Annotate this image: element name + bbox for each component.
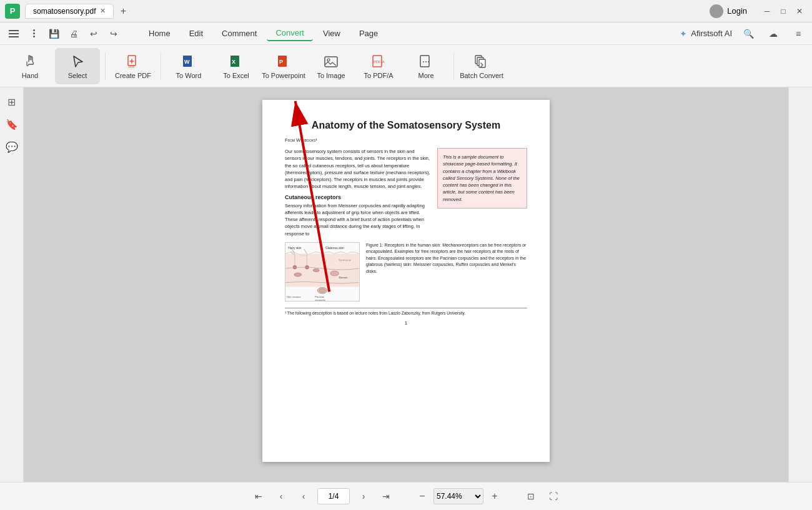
pdf-col-left: Our somatosensory system consists of sen… xyxy=(285,148,431,237)
toolbar: Hand Select PDF Create PDF W xyxy=(0,45,812,87)
active-tab[interactable]: somatosensory.pdf ✕ xyxy=(25,4,114,19)
more-tools-button[interactable]: More xyxy=(404,48,448,84)
window-minimize-button[interactable]: ─ xyxy=(760,4,775,19)
prev-page-button-2[interactable]: ‹ xyxy=(295,488,312,505)
svg-text:PDF/A: PDF/A xyxy=(374,60,385,64)
to-word-icon: W xyxy=(180,53,197,71)
search-button[interactable]: 🔍 xyxy=(740,25,757,42)
zoom-select[interactable]: 57.44% xyxy=(433,488,483,504)
zoom-area: − 57.44% + xyxy=(415,488,502,504)
svg-text:PDF: PDF xyxy=(129,65,135,69)
to-powerpoint-button[interactable]: P To Powerpoint xyxy=(261,48,306,84)
pdf-figure-image: Hairy skin Glabrous skin Epidermis xyxy=(285,242,360,302)
ai-button[interactable]: ✦ Afirstsoft AI xyxy=(680,29,732,39)
svg-rect-12 xyxy=(420,56,429,67)
right-panel: W xyxy=(788,87,812,488)
window-close-button[interactable]: ✕ xyxy=(792,4,807,19)
undo-button[interactable]: ↩ xyxy=(85,25,102,42)
create-pdf-icon: PDF xyxy=(124,53,142,71)
bottom-right-buttons: ⊡ ⛶ xyxy=(522,488,562,505)
svg-point-14 xyxy=(425,61,427,62)
left-sidebar: ⊞ 🔖 💬 xyxy=(0,87,24,488)
more-icon xyxy=(417,53,435,71)
batch-convert-button[interactable]: Batch Convert xyxy=(459,48,504,84)
sidebar-thumbnail-button[interactable]: ⊞ xyxy=(2,92,21,111)
pdf-page-number: 1 xyxy=(285,320,527,326)
pdf-main-text: Our somatosensory system consists of sen… xyxy=(285,148,527,237)
pdf-pink-box: This is a sample document to showcase pa… xyxy=(437,148,527,208)
nav-edit[interactable]: Edit xyxy=(181,26,212,41)
svg-point-32 xyxy=(313,268,319,272)
window-maximize-button[interactable]: □ xyxy=(776,4,791,19)
page-number-input[interactable] xyxy=(317,488,350,504)
bottom-bar: ⇤ ‹ ‹ › ⇥ − 57.44% + ⊡ ⛶ xyxy=(0,482,812,510)
first-page-button[interactable]: ⇤ xyxy=(250,488,267,505)
svg-rect-28 xyxy=(285,253,359,268)
svg-text:Hair receptor: Hair receptor xyxy=(287,295,301,298)
nav-convert[interactable]: Convert xyxy=(267,26,313,41)
svg-point-33 xyxy=(330,271,339,276)
to-word-button[interactable]: W To Word xyxy=(166,48,211,84)
save-button[interactable]: 💾 xyxy=(45,25,62,42)
prev-page-button[interactable]: ‹ xyxy=(272,488,290,505)
print-button[interactable]: 🖨 xyxy=(65,25,82,42)
to-powerpoint-icon: P xyxy=(275,53,292,71)
app-logo: P xyxy=(5,4,20,19)
to-image-button[interactable]: To Image xyxy=(309,48,354,84)
pdf-figure-area: Hairy skin Glabrous skin Epidermis xyxy=(285,242,527,302)
svg-rect-29 xyxy=(285,268,359,287)
pdf-col-right: This is a sample document to showcase pa… xyxy=(437,148,527,237)
toolbar-separator-2 xyxy=(161,52,161,80)
svg-point-9 xyxy=(327,59,330,61)
nav-comment[interactable]: Comment xyxy=(213,26,265,41)
pdf-wikibooks: From Wikibooks¹ xyxy=(285,137,527,143)
select-tool-button[interactable]: Select xyxy=(55,48,100,84)
sidebar-toggle-button[interactable] xyxy=(5,25,22,42)
last-page-button[interactable]: ⇥ xyxy=(377,488,395,505)
sidebar-annotation-button[interactable]: 💬 xyxy=(2,137,21,156)
settings-button[interactable]: ≡ xyxy=(790,25,807,42)
tab-close-button[interactable]: ✕ xyxy=(100,7,106,15)
svg-text:Hairy skin: Hairy skin xyxy=(288,247,302,250)
pdf-title: Anatomy of the Somatosensory System xyxy=(285,120,527,131)
next-page-button[interactable]: › xyxy=(355,488,372,505)
more-options-button[interactable] xyxy=(25,25,42,42)
hand-tool-button[interactable]: Hand xyxy=(7,48,52,84)
title-bar: P somatosensory.pdf ✕ + Login ─ □ ✕ xyxy=(0,0,812,22)
hand-icon xyxy=(21,53,39,71)
select-icon xyxy=(69,53,86,71)
pdf-footnote: ¹ The following description is based on … xyxy=(285,308,527,315)
pdf-paragraph2: Sensory information from Meissner corpus… xyxy=(285,202,431,237)
to-excel-icon: X xyxy=(227,53,245,71)
svg-text:P: P xyxy=(279,59,283,65)
to-pdfa-icon: PDF/A xyxy=(370,53,387,71)
svg-point-13 xyxy=(423,61,424,62)
new-tab-button[interactable]: + xyxy=(116,4,131,19)
nav-page[interactable]: Page xyxy=(350,26,387,41)
upload-button[interactable]: ☁ xyxy=(765,25,782,42)
sidebar-bookmark-button[interactable]: 🔖 xyxy=(2,115,21,134)
toolbar-separator-1 xyxy=(105,52,106,80)
to-pdfa-button[interactable]: PDF/A To PDF/A xyxy=(356,48,401,84)
login-button[interactable]: Login xyxy=(710,4,747,18)
svg-point-31 xyxy=(294,273,302,277)
create-pdf-button[interactable]: PDF Create PDF xyxy=(111,48,156,84)
to-excel-button[interactable]: X To Excel xyxy=(214,48,259,84)
zoom-in-button[interactable]: + xyxy=(487,489,502,504)
tab-filename: somatosensory.pdf xyxy=(33,7,96,16)
pdf-page: Anatomy of the Somatosensory System From… xyxy=(262,100,550,462)
nav-view[interactable]: View xyxy=(314,26,349,41)
svg-point-15 xyxy=(428,61,429,62)
nav-menu: Home Edit Comment Convert View Page xyxy=(140,26,387,41)
fit-page-button[interactable]: ⊡ xyxy=(522,488,540,505)
svg-text:corpuscle: corpuscle xyxy=(315,298,325,301)
svg-text:Dermis: Dermis xyxy=(339,276,348,279)
svg-text:W: W xyxy=(184,59,190,65)
zoom-out-button[interactable]: − xyxy=(415,489,430,504)
redo-button[interactable]: ↪ xyxy=(105,25,122,42)
fullscreen-button[interactable]: ⛶ xyxy=(545,488,562,505)
svg-text:Glabrous skin: Glabrous skin xyxy=(325,247,344,250)
svg-point-37 xyxy=(319,288,325,292)
ai-star-icon: ✦ xyxy=(680,29,687,39)
nav-home[interactable]: Home xyxy=(140,26,179,41)
